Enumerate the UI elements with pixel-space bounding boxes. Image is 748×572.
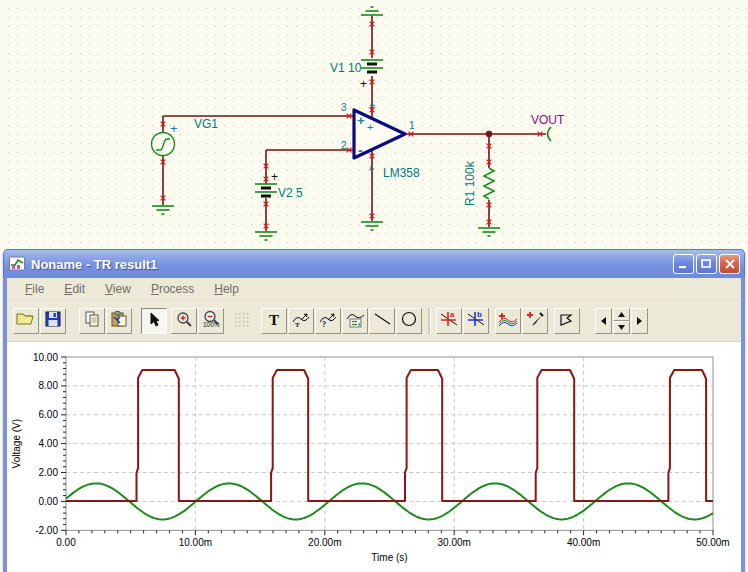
svg-text:4.00: 4.00 (39, 438, 59, 449)
opamp-label[interactable]: LM358 (383, 166, 420, 180)
svg-text:Time (s): Time (s) (371, 552, 407, 563)
circle-tool-button[interactable] (396, 308, 422, 334)
svg-text:0.00: 0.00 (39, 496, 59, 507)
opamp-pin8-number: 8 (368, 104, 377, 109)
text-tool-button[interactable]: T (261, 308, 287, 334)
vout-net-label[interactable]: VOUT (531, 113, 565, 127)
titlebar[interactable]: Noname - TR result1 (3, 249, 745, 278)
opamp-pin4-number: 4 (367, 166, 376, 171)
line-icon (374, 312, 391, 330)
zoom-100-button[interactable]: 100% (198, 308, 224, 334)
svg-text:T: T (269, 312, 279, 327)
curve-q-icon: ? (319, 311, 338, 332)
save-icon (45, 311, 61, 331)
curve-query-tool-button[interactable]: ? (315, 308, 341, 334)
cursor-icon (147, 312, 161, 331)
svg-text:20.00m: 20.00m (308, 537, 341, 548)
vout-terminal[interactable] (548, 127, 552, 141)
svg-text:T: T (295, 321, 300, 328)
chart-panel[interactable]: 0.0010.00m20.00m30.00m40.00m50.00m-2.000… (7, 342, 741, 572)
line-tool-button[interactable] (369, 308, 395, 334)
opamp-pin1-number: 1 (409, 120, 415, 131)
curve-legend-icon: x (346, 311, 365, 332)
svg-text:2.00: 2.00 (39, 467, 59, 478)
select-cursor-button[interactable] (141, 308, 167, 334)
copy-button[interactable] (79, 308, 105, 334)
opamp-plus-power-sign: + (367, 121, 373, 133)
v2-label[interactable]: V2 5 (278, 186, 303, 200)
svg-text:6.00: 6.00 (39, 409, 59, 420)
svg-text:8.00: 8.00 (39, 380, 59, 391)
probe-button[interactable] (522, 308, 548, 334)
toolbar-gap (133, 308, 141, 334)
toolbar-gap (581, 308, 595, 334)
svg-text:b: b (477, 310, 482, 319)
vg1-label[interactable]: VG1 (194, 117, 218, 131)
curve-t-icon: T (292, 311, 311, 332)
toolbar: 100%TT?xab (7, 301, 741, 342)
grid-icon (233, 311, 249, 331)
spin-down-button[interactable] (613, 321, 630, 334)
probe-icon (526, 311, 544, 332)
svg-text:50.00m: 50.00m (696, 537, 729, 548)
paste-button[interactable] (106, 308, 132, 334)
menubar: FileEditViewProcessHelp (7, 278, 741, 301)
opamp-plus-input-sign: + (357, 113, 365, 128)
menu-process[interactable]: Process (141, 280, 204, 299)
opamp-pin2-number: 2 (341, 140, 347, 151)
svg-text:100%: 100% (203, 321, 220, 328)
v1-plus-sign: + (360, 77, 367, 91)
menu-view[interactable]: View (95, 280, 141, 299)
opamp-minus-input-sign: - (358, 142, 363, 158)
zoom-in-icon (176, 311, 193, 332)
svg-text:-2.00: -2.00 (35, 525, 58, 536)
v2-plus-sign: + (271, 170, 278, 184)
window-title: Noname - TR result1 (31, 257, 673, 272)
wire-junction (486, 131, 492, 137)
open-button[interactable] (13, 308, 39, 334)
copy-icon (84, 311, 100, 331)
cursor-a-icon: a (439, 310, 459, 332)
svg-text:a: a (450, 310, 455, 319)
cursor-b-button[interactable]: b (463, 308, 489, 334)
schematic-editor[interactable]: + + + + + - (0, 0, 748, 250)
svg-text:?: ? (322, 320, 326, 328)
opamp-pin3-number: 3 (341, 102, 347, 113)
svg-text:Voltage (V): Voltage (V) (11, 419, 22, 468)
zoom-in-button[interactable] (171, 308, 197, 334)
schematic-canvas: + + + + + - (0, 0, 748, 250)
screen: + + + + + - (0, 0, 748, 572)
maximize-button[interactable] (696, 254, 717, 274)
save-button[interactable] (40, 308, 66, 334)
legend-tool-button[interactable]: x (342, 308, 368, 334)
svg-text:30.00m: 30.00m (438, 537, 471, 548)
svg-text:10.00m: 10.00m (179, 537, 212, 548)
page-spinner[interactable] (613, 308, 630, 334)
menu-edit[interactable]: Edit (54, 280, 95, 299)
r1-label[interactable]: R1 100k (463, 160, 477, 206)
close-button[interactable] (719, 254, 740, 274)
spin-up-button[interactable] (613, 308, 630, 321)
open-folder-icon (16, 311, 36, 331)
zoom-out-100-icon: 100% (202, 310, 221, 332)
annotation-icon (558, 312, 576, 331)
paste-icon (111, 311, 128, 331)
add-curves-button[interactable] (495, 308, 521, 334)
v1-label[interactable]: V1 10 (330, 61, 362, 75)
toolbar-gap (67, 308, 79, 334)
grid-button (228, 308, 254, 334)
annotation-button[interactable] (554, 308, 580, 334)
cursor-a-button[interactable]: a (436, 308, 462, 334)
svg-text:10.00: 10.00 (33, 352, 58, 363)
cursor-b-icon: b (466, 310, 486, 332)
prev-page-button[interactable] (595, 308, 612, 334)
next-page-button[interactable] (631, 308, 648, 334)
menu-file[interactable]: File (15, 280, 54, 299)
curve-label-tool-button[interactable]: T (288, 308, 314, 334)
menu-help[interactable]: Help (204, 280, 249, 299)
minimize-button[interactable] (673, 254, 694, 274)
opamp-lm358[interactable]: + + - (354, 110, 405, 158)
nav-left-icon (599, 312, 608, 330)
resistor-r1[interactable] (484, 168, 494, 199)
nav-right-icon (635, 312, 644, 330)
